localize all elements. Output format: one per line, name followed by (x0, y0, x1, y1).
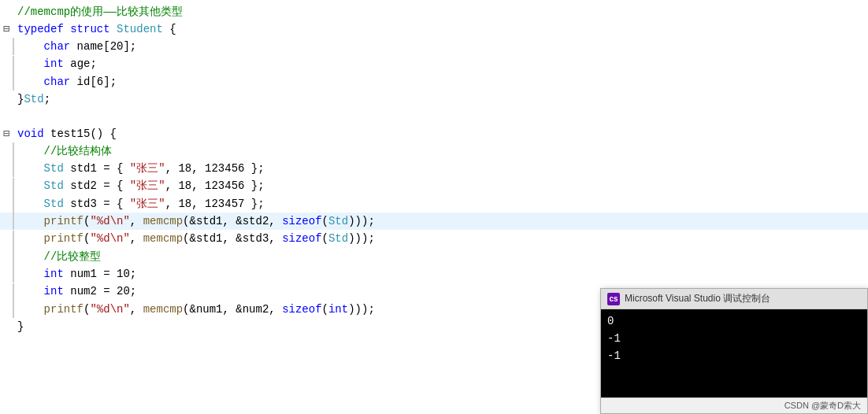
func-token: memcmp (143, 232, 183, 245)
type-name-token: Std (44, 198, 64, 210)
type-name-token: Std (44, 162, 64, 175)
func-token: printf (44, 215, 83, 227)
plain-token: ))); (348, 303, 375, 316)
kw-token: sizeof (282, 215, 321, 227)
code-line: Std std2 = { "张三", 18, 123456 }; (0, 177, 868, 194)
line-content: int num1 = 10; (16, 265, 868, 283)
console-title: Microsoft Visual Studio 调试控制台 (625, 292, 770, 305)
console-popup[interactable]: cs Microsoft Visual Studio 调试控制台 0-1-1 C… (600, 288, 868, 414)
line-content: //比较整型 (16, 248, 868, 265)
plain-token: , (130, 215, 143, 227)
code-line: ⊟typedef struct Student { (0, 20, 868, 38)
plain-token: age; (64, 57, 97, 70)
line-content: typedef struct Student { (16, 20, 868, 38)
type-name-token: Std (328, 232, 348, 245)
line-content: //比较结构体 (16, 142, 868, 160)
type-name-token: Std (328, 215, 348, 227)
kw-token: int (44, 57, 64, 70)
line-content: printf("%d\n", memcmp(&std1, &std3, size… (16, 230, 868, 247)
plain-token: } (17, 320, 24, 333)
comment-token: //比较结构体 (44, 145, 113, 157)
string-token: "张三" (130, 198, 165, 210)
type-name-token: Std (24, 93, 43, 105)
plain-token: test15() { (44, 128, 117, 140)
type-name-token: Std (44, 179, 64, 192)
plain-token: , 18, 123456 }; (165, 179, 265, 192)
string-token: "%d\n" (90, 303, 129, 316)
kw-token: struct (70, 23, 109, 35)
string-token: "%d\n" (90, 215, 129, 227)
string-token: "张三" (130, 179, 165, 192)
line-content: Std std2 = { "张三", 18, 123456 }; (16, 177, 868, 194)
string-token: "张三" (130, 162, 165, 175)
code-line: int age; (0, 55, 868, 72)
line-content: char name[20]; (16, 38, 868, 55)
func-token: memcmp (143, 215, 183, 227)
line-gutter[interactable]: ⊟ (0, 127, 13, 140)
plain-token: ))); (348, 215, 375, 227)
type-name-token: Student (117, 23, 163, 35)
plain-token: ))); (348, 232, 375, 245)
line-content: }Std; (16, 91, 868, 108)
console-output-line: -1 (607, 347, 861, 364)
kw-token: int (44, 268, 64, 280)
func-token: memcmp (143, 303, 183, 316)
vs-icon: cs (607, 293, 620, 305)
plain-token (64, 23, 70, 35)
kw-token: int (44, 285, 64, 298)
plain-token: ( (322, 215, 328, 227)
plain-token: (&num1, &num2, (183, 303, 282, 316)
func-token: printf (44, 303, 83, 316)
plain-token: , (130, 303, 143, 316)
console-output-line: 0 (607, 312, 861, 330)
line-content: printf("%d\n", memcmp(&std1, &std2, size… (16, 213, 868, 230)
kw-token: char (44, 76, 71, 88)
kw-token: char (44, 40, 71, 53)
code-line: int num1 = 10; (0, 265, 868, 283)
plain-token: name[20]; (70, 40, 136, 53)
editor-container: //memcmp的使用——比较其他类型⊟typedef struct Stude… (0, 0, 868, 414)
plain-token: std1 = { (64, 162, 130, 175)
line-content: int age; (16, 55, 868, 72)
code-line: ⊟void test15() { (0, 125, 868, 142)
func-token: printf (44, 232, 83, 245)
plain-token: , 18, 123456 }; (165, 162, 265, 175)
line-gutter[interactable]: ⊟ (0, 22, 13, 35)
comment-token: //memcmp的使用——比较其他类型 (17, 6, 183, 18)
plain-token: (&std1, &std2, (183, 215, 282, 227)
kw-token: sizeof (282, 232, 321, 245)
plain-token: num1 = 10; (64, 268, 136, 280)
line-content: Std std3 = { "张三", 18, 123457 }; (16, 195, 868, 213)
line-content: //memcmp的使用——比较其他类型 (16, 3, 868, 20)
plain-token: ; (44, 93, 50, 105)
console-footer: CSDN @蒙奇D索大 (601, 397, 867, 413)
plain-token: { (163, 23, 176, 35)
code-line: Std std3 = { "张三", 18, 123457 }; (0, 195, 868, 213)
plain-token: , 18, 123457 }; (165, 198, 265, 210)
line-content: void test15() { (16, 125, 868, 142)
code-line: }Std; (0, 91, 868, 108)
code-line: char name[20]; (0, 38, 868, 55)
plain-token: , (130, 232, 143, 245)
plain-token: std2 = { (64, 179, 130, 192)
code-line: //memcmp的使用——比较其他类型 (0, 3, 868, 20)
plain-token: num2 = 20; (64, 285, 136, 298)
code-line: char id[6]; (0, 73, 868, 91)
plain-token: ( (322, 232, 328, 245)
plain-token: std3 = { (64, 198, 130, 210)
string-token: "%d\n" (90, 232, 129, 245)
console-titlebar: cs Microsoft Visual Studio 调试控制台 (601, 289, 867, 309)
plain-token: (&std1, &std3, (183, 232, 282, 245)
plain-token: id[6]; (70, 76, 117, 88)
console-body: 0-1-1 (601, 309, 867, 397)
code-line: Std std1 = { "张三", 18, 123456 }; (0, 160, 868, 177)
code-line: printf("%d\n", memcmp(&std1, &std2, size… (0, 213, 868, 230)
line-content: char id[6]; (16, 73, 868, 91)
kw-token: sizeof (282, 303, 321, 316)
code-line (0, 108, 868, 125)
code-line: printf("%d\n", memcmp(&std1, &std3, size… (0, 230, 868, 247)
kw-token: typedef (17, 23, 64, 35)
code-line: //比较结构体 (0, 142, 868, 160)
plain-token: ( (322, 303, 328, 316)
code-line: //比较整型 (0, 248, 868, 265)
